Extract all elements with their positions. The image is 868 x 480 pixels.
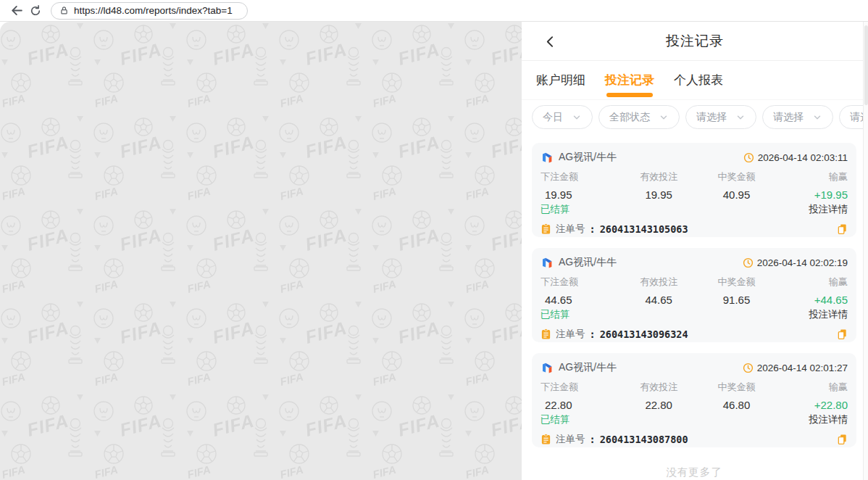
bet-amount: 19.95 xyxy=(541,189,619,201)
tab-personal-report[interactable]: 个人报表 xyxy=(674,61,723,99)
bet-amount: 22.80 xyxy=(541,399,619,411)
filter-select-2[interactable]: 请选择 xyxy=(762,105,833,129)
column-values: 44.65 44.65 91.65 +44.65 xyxy=(541,294,848,306)
game-name: AG视讯/牛牛 xyxy=(541,151,617,164)
clock-icon xyxy=(743,152,754,163)
bet-record-card: AG视讯/牛牛 2026-04-14 02:01:27 下注金额 有效投注 中奖… xyxy=(532,353,856,447)
bet-record-card: AG视讯/牛牛 2026-04-14 02:02:19 下注金额 有效投注 中奖… xyxy=(532,248,856,342)
game-name: AG视讯/牛牛 xyxy=(541,361,617,374)
scrollbar-thumb[interactable] xyxy=(864,25,868,105)
bet-timestamp: 2026-04-14 02:01:27 xyxy=(743,363,848,373)
panel-header: 投注记录 xyxy=(522,22,868,61)
record-list: AG视讯/牛牛 2026-04-14 02:03:11 下注金额 有效投注 中奖… xyxy=(522,133,868,480)
back-arrow-icon xyxy=(11,4,23,17)
status-badge: 已结算 xyxy=(541,308,570,321)
order-label: 注单号 xyxy=(556,433,585,446)
status-badge: 已结算 xyxy=(541,413,570,426)
reload-icon xyxy=(30,5,41,17)
valid-bet: 22.80 xyxy=(619,399,697,411)
order-note-icon xyxy=(541,223,551,235)
filter-date-select[interactable]: 今日 xyxy=(532,105,593,129)
browser-window: https://ld48.com/reports/index?tab=1 xyxy=(0,0,868,480)
order-separator: : xyxy=(590,434,596,445)
ag-provider-logo-icon xyxy=(541,151,554,164)
profit-amount: +22.80 xyxy=(775,399,848,411)
bet-timestamp: 2026-04-14 02:02:19 xyxy=(743,257,848,268)
bet-timestamp: 2026-04-14 02:03:11 xyxy=(743,152,848,163)
column-labels: 下注金额 有效投注 中奖金额 输赢 xyxy=(541,276,848,289)
filter-select-1[interactable]: 请选择 xyxy=(685,105,756,129)
order-number: 260413143096324 xyxy=(600,328,688,340)
browser-back-button[interactable] xyxy=(7,2,26,20)
order-number: 260413143087800 xyxy=(600,434,688,445)
column-values: 22.80 22.80 46.80 +22.80 xyxy=(541,399,848,411)
tab-bet-records[interactable]: 投注记录 xyxy=(605,61,654,99)
order-number: 260413143105063 xyxy=(600,223,688,235)
valid-bet: 19.95 xyxy=(619,189,697,201)
profit-amount: +19.95 xyxy=(775,189,848,201)
bet-amount: 44.65 xyxy=(541,294,619,306)
tab-bar: 账户明细 投注记录 个人报表 xyxy=(522,61,868,100)
status-badge: 已结算 xyxy=(541,203,570,216)
win-amount: 40.95 xyxy=(698,189,775,201)
lock-icon xyxy=(59,6,69,15)
column-values: 19.95 19.95 40.95 +19.95 xyxy=(541,189,848,201)
wallpaper-area: FIFA FIFA xyxy=(0,22,522,480)
chevron-left-icon xyxy=(543,35,557,49)
chevron-down-icon xyxy=(572,112,582,123)
copy-order-button[interactable] xyxy=(837,223,848,235)
bet-record-card: AG视讯/牛牛 2026-04-14 02:03:11 下注金额 有效投注 中奖… xyxy=(532,143,856,237)
clock-icon xyxy=(743,363,754,373)
no-more-text: 没有更多了 xyxy=(532,458,856,480)
address-bar[interactable]: https://ld48.com/reports/index?tab=1 xyxy=(51,2,248,20)
panel-back-button[interactable] xyxy=(539,22,561,62)
panel-scrollbar[interactable] xyxy=(863,22,868,480)
copy-order-button[interactable] xyxy=(837,328,848,340)
copy-order-button[interactable] xyxy=(837,434,848,445)
column-labels: 下注金额 有效投注 中奖金额 输赢 xyxy=(541,170,848,183)
valid-bet: 44.65 xyxy=(619,294,697,306)
copy-icon xyxy=(837,328,848,340)
ag-provider-logo-icon xyxy=(541,361,554,374)
column-labels: 下注金额 有效投注 中奖金额 输赢 xyxy=(541,381,848,394)
page-content: FIFA FIFA xyxy=(0,22,868,480)
bet-records-panel: 投注记录 账户明细 投注记录 个人报表 今日 全部状态 请选择 xyxy=(522,22,868,480)
win-amount: 91.65 xyxy=(698,294,775,306)
bet-detail-link[interactable]: 投注详情 xyxy=(809,203,848,216)
order-label: 注单号 xyxy=(556,328,585,341)
browser-toolbar: https://ld48.com/reports/index?tab=1 xyxy=(0,0,868,22)
order-separator: : xyxy=(590,328,596,340)
win-amount: 46.80 xyxy=(698,399,775,411)
order-note-icon xyxy=(541,328,551,340)
profit-amount: +44.65 xyxy=(775,294,848,306)
tab-account-details[interactable]: 账户明细 xyxy=(536,61,585,99)
browser-reload-button[interactable] xyxy=(26,2,45,20)
order-label: 注单号 xyxy=(556,223,585,236)
clock-icon xyxy=(743,257,754,268)
page-title: 投注记录 xyxy=(666,32,724,51)
filter-bar: 今日 全部状态 请选择 请选择 请选择 xyxy=(522,100,868,133)
chevron-down-icon xyxy=(735,112,746,123)
bet-detail-link[interactable]: 投注详情 xyxy=(809,308,848,321)
copy-icon xyxy=(837,434,848,445)
chevron-down-icon xyxy=(659,112,669,123)
url-text: https://ld48.com/reports/index?tab=1 xyxy=(74,5,233,16)
order-separator: : xyxy=(590,223,596,235)
game-name: AG视讯/牛牛 xyxy=(541,256,617,269)
ag-provider-logo-icon xyxy=(541,256,554,269)
chevron-down-icon xyxy=(812,112,822,123)
order-note-icon xyxy=(541,434,551,445)
fifa-watermark-pattern: FIFA FIFA xyxy=(0,22,522,480)
bet-detail-link[interactable]: 投注详情 xyxy=(809,413,848,426)
copy-icon xyxy=(837,223,848,235)
filter-status-select[interactable]: 全部状态 xyxy=(598,105,680,129)
